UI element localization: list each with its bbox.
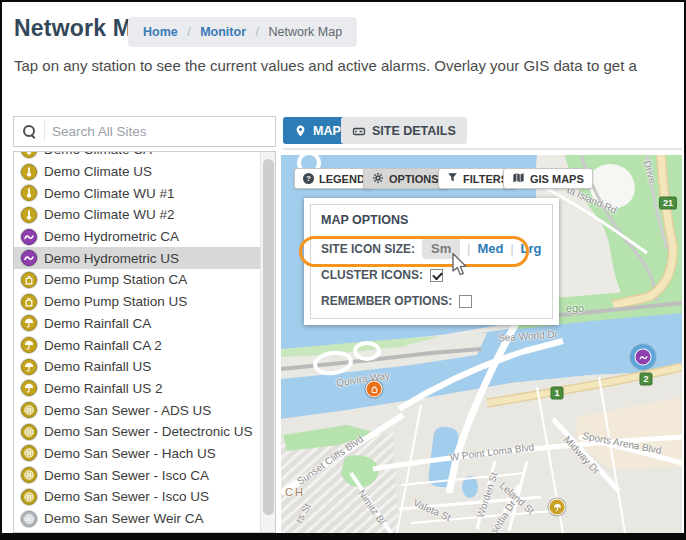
filter-icon — [447, 172, 458, 185]
site-label: Demo San Sewer - Isco CA — [44, 468, 209, 483]
pump-station-marker[interactable] — [366, 381, 383, 398]
remember-options-label: REMEMBER OPTIONS: — [321, 294, 452, 308]
site-list-item[interactable]: Demo Climate US — [14, 161, 261, 183]
tab-site-details-label: SITE DETAILS — [372, 124, 456, 138]
breadcrumb-current: Network Map — [268, 25, 342, 39]
options-button-label: OPTIONS — [389, 173, 439, 185]
cluster-icons-checkbox[interactable] — [430, 269, 443, 282]
rainfall-site-icon — [21, 337, 37, 353]
hydrometric-marker[interactable] — [635, 349, 652, 366]
search-icon — [23, 125, 36, 138]
search-divider — [44, 121, 45, 142]
page-subtitle: Tap on any station to see the current va… — [14, 57, 637, 74]
icon-size-sm-option[interactable]: Sm — [422, 238, 460, 259]
site-label: Demo Pump Station CA — [44, 272, 187, 287]
legend-button-label: LEGEND — [319, 173, 365, 185]
site-list-item[interactable]: Demo Pump Station US — [14, 291, 261, 313]
breadcrumb-monitor-link[interactable]: Monitor — [200, 25, 246, 39]
network-map-page: Network Map Home / Monitor / Network Map… — [0, 0, 686, 540]
gear-icon — [372, 172, 384, 186]
site-list-item[interactable]: Demo Pump Station CA — [14, 269, 261, 291]
map-options-popup: MAP OPTIONS SITE ICON SIZE: Sm | Med | L… — [304, 198, 559, 325]
tab-map-label: MAP — [313, 124, 341, 138]
breadcrumb-home-link[interactable]: Home — [143, 25, 178, 39]
site-list-item[interactable]: Demo Rainfall CA 2 — [14, 334, 261, 356]
sewer-site-icon — [21, 467, 37, 483]
sewer-site-icon — [21, 402, 37, 418]
breadcrumb: Home / Monitor / Network Map — [128, 17, 357, 47]
site-label: Demo Rainfall CA — [44, 316, 151, 331]
map-pin-icon — [294, 124, 307, 138]
popup-title: MAP OPTIONS — [321, 213, 408, 227]
filters-button-label: FILTERS — [463, 173, 508, 185]
site-list-item[interactable]: Demo San Sewer - Isco US — [14, 486, 261, 508]
site-list-item[interactable]: Demo Climate CA — [14, 151, 261, 161]
gis-maps-button-label: GIS MAPS — [530, 173, 584, 185]
sewer-grey-site-icon — [21, 511, 37, 527]
site-label: Demo Climate US — [44, 164, 152, 179]
breadcrumb-separator: / — [256, 25, 259, 39]
hydrometric-site-icon — [21, 250, 37, 266]
question-icon: ? — [303, 173, 314, 184]
tab-site-details[interactable]: SITE DETAILS — [341, 117, 467, 144]
scrollbar-thumb[interactable] — [263, 159, 274, 515]
icon-size-lrg-option[interactable]: Lrg — [521, 241, 542, 256]
pump-site-icon — [21, 272, 37, 288]
hydrometric-site-icon — [21, 229, 37, 245]
site-label: Demo Climate WU #1 — [44, 186, 175, 201]
rainfall-site-icon — [21, 380, 37, 396]
district-label: CH — [285, 486, 305, 498]
site-label: Demo San Sewer - ADS US — [44, 403, 211, 418]
site-list-item[interactable]: Demo Hydrometric US — [14, 247, 261, 269]
site-list-item[interactable]: Demo Rainfall US 2 — [14, 378, 261, 400]
site-list-item[interactable]: Demo San Sewer - Detectronic US — [14, 421, 261, 443]
site-list-item[interactable]: Demo San Sewer Weir CA — [14, 508, 261, 530]
site-list-rows: Demo Climate CADemo Climate USDemo Clima… — [14, 151, 275, 529]
site-list-item[interactable]: Demo Rainfall US — [14, 356, 261, 378]
route-badge: 21 — [659, 197, 677, 210]
site-list: Demo Climate CADemo Climate USDemo Clima… — [13, 151, 276, 533]
site-list-scrollbar[interactable] — [260, 152, 275, 532]
site-list-item[interactable]: Demo San Sewer - ADS US — [14, 399, 261, 421]
sewer-site-icon — [21, 445, 37, 461]
remember-options-row: REMEMBER OPTIONS: — [321, 294, 472, 308]
site-label: Demo San Sewer - Isco US — [44, 489, 209, 504]
search-input[interactable] — [52, 118, 267, 145]
size-separator: | — [510, 242, 513, 256]
site-list-item[interactable]: Demo Rainfall CA — [14, 313, 261, 335]
site-label: Demo Rainfall CA 2 — [44, 338, 162, 353]
site-label: Demo San Sewer Weir CA — [44, 511, 204, 526]
site-label: Demo Hydrometric US — [44, 251, 179, 266]
cluster-icons-row: CLUSTER ICONS: — [321, 268, 443, 282]
cluster-icons-label: CLUSTER ICONS: — [321, 268, 423, 282]
park-label: ego — [566, 302, 584, 314]
gis-maps-button[interactable]: GIS MAPS — [503, 168, 593, 189]
site-label: Demo Climate CA — [44, 151, 152, 157]
pump-site-icon — [21, 294, 37, 310]
site-list-item[interactable]: Demo Climate WU #2 — [14, 204, 261, 226]
map-icon — [512, 172, 525, 186]
drive-icon — [352, 124, 366, 138]
route-badge: 1 — [550, 387, 563, 400]
route-badge: 2 — [639, 373, 652, 386]
rainfall-marker[interactable] — [549, 499, 566, 516]
climate-site-icon — [21, 207, 37, 223]
site-label: Demo San Sewer - Hach US — [44, 446, 216, 461]
site-list-item[interactable]: Demo San Sewer - Hach US — [14, 443, 261, 465]
site-label: Demo Rainfall US — [44, 359, 151, 374]
options-button[interactable]: OPTIONS — [363, 168, 448, 189]
site-list-item[interactable]: Demo Climate WU #1 — [14, 182, 261, 204]
climate-site-icon — [21, 164, 37, 180]
legend-button[interactable]: ? LEGEND — [294, 168, 374, 189]
icon-size-med-option[interactable]: Med — [477, 241, 503, 256]
climate-site-icon — [21, 151, 37, 158]
sewer-site-icon — [21, 424, 37, 440]
rainfall-site-icon — [21, 359, 37, 375]
remember-options-checkbox[interactable] — [459, 295, 472, 308]
site-list-item[interactable]: Demo Hydrometric CA — [14, 226, 261, 248]
site-label: Demo Hydrometric CA — [44, 229, 179, 244]
site-list-item[interactable]: Demo San Sewer - Isco CA — [14, 464, 261, 486]
site-search-box — [13, 116, 276, 147]
breadcrumb-separator: / — [187, 25, 190, 39]
size-separator: | — [467, 242, 470, 256]
